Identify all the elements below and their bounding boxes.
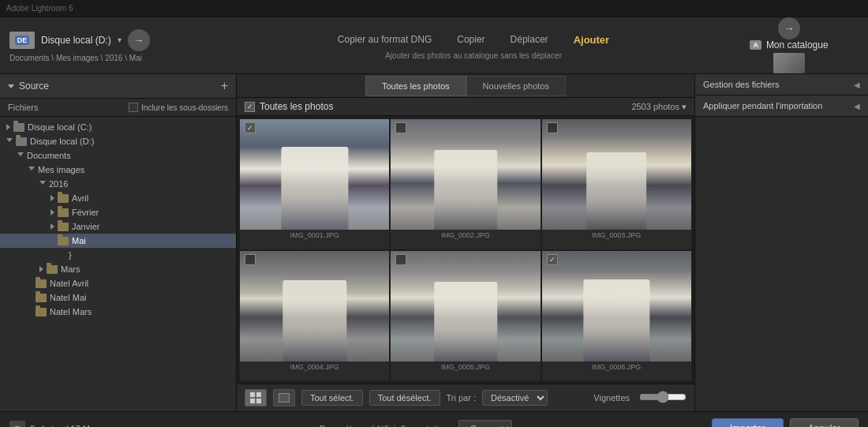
- tree-arrow-disk-c[interactable]: [6, 124, 10, 130]
- svg-rect-0: [250, 392, 255, 397]
- tree-item-janvier[interactable]: Janvier: [0, 219, 236, 234]
- file-management-section: Gestion des fichiers ◀: [695, 74, 868, 96]
- tree-label-sub-mai: }: [69, 250, 72, 260]
- tree-item-sub-mai[interactable]: }: [0, 248, 236, 262]
- photo-image-2: [391, 119, 540, 230]
- photo-checkbox-5[interactable]: [395, 254, 406, 265]
- bottom-nav-button[interactable]: ▼: [9, 421, 25, 428]
- tree-item-mai[interactable]: Mai: [0, 234, 236, 248]
- drive-icon: DE: [9, 32, 35, 49]
- tree-arrow-janvier[interactable]: [51, 223, 54, 230]
- include-subfolders-label[interactable]: Inclure les sous-dossiers: [129, 103, 228, 112]
- sidebar-collapse-icon[interactable]: [8, 84, 14, 88]
- destination-navigate-button[interactable]: →: [778, 17, 800, 39]
- import-option-copy[interactable]: Copier: [452, 32, 489, 47]
- tree-label-mes-images: Mes images: [38, 165, 84, 174]
- svg-rect-3: [256, 399, 261, 403]
- tree-item-natel-mars[interactable]: Natel Mars: [0, 305, 236, 319]
- include-subfolders-checkbox[interactable]: [129, 103, 138, 112]
- folder-icon-mars: [47, 265, 58, 274]
- tree-arrow-mes-images[interactable]: [28, 167, 35, 174]
- tree-item-natel-mai[interactable]: Natel Mai: [0, 290, 236, 305]
- apply-during-import-header[interactable]: Appliquer pendant l'importation ◀: [695, 96, 868, 116]
- tree-item-disk-d[interactable]: Disque local (D:): [0, 134, 236, 148]
- photo-wrapper-4: [240, 251, 389, 361]
- tree-arrow-disk-d[interactable]: [6, 138, 13, 145]
- tree-arrow-avril[interactable]: [51, 195, 54, 201]
- bottom-bar: ▼ 3 photos / 17 Mo Paramètre prédéfini d…: [0, 411, 868, 427]
- photo-cell-2[interactable]: IMG_0002.JPG: [391, 119, 540, 249]
- folder-icon-avril: [58, 194, 69, 203]
- import-options-section: Copier au format DNG Copier Déplacer Ajo…: [237, 32, 710, 60]
- svg-rect-1: [256, 392, 261, 397]
- import-option-move[interactable]: Déplacer: [506, 32, 553, 47]
- tab-all-photos[interactable]: Toutes les photos: [365, 76, 466, 96]
- apply-during-import-collapse-icon: ◀: [854, 102, 860, 110]
- preset-select[interactable]: Sans: [458, 420, 512, 428]
- photo-checkbox-2[interactable]: [395, 122, 406, 133]
- tree-arrow-documents[interactable]: [17, 152, 24, 159]
- photo-label-3: IMG_0003.JPG: [592, 230, 641, 242]
- photo-cell-1[interactable]: IMG_0001.JPG: [240, 119, 389, 249]
- photo-wrapper-3: [542, 119, 691, 230]
- tree-arrow-2016[interactable]: [39, 181, 46, 188]
- sidebar-title-row: Source: [8, 81, 49, 92]
- photo-cell-3[interactable]: IMG_0003.JPG: [542, 119, 691, 249]
- tree-item-mes-images[interactable]: Mes images: [0, 163, 236, 177]
- source-navigate-button[interactable]: →: [128, 29, 150, 51]
- tree-arrow-fevrier[interactable]: [51, 209, 54, 215]
- vignettes-slider[interactable]: [639, 391, 687, 403]
- import-option-dng[interactable]: Copier au format DNG: [333, 32, 436, 47]
- sidebar-filter-row: Fichiers Inclure les sous-dossiers: [0, 99, 236, 117]
- tree-item-2016[interactable]: 2016: [0, 177, 236, 191]
- file-management-collapse-icon: ◀: [854, 81, 860, 89]
- folder-icon-disk-c: [13, 123, 24, 132]
- grid-toolbar: Tout sélect. Tout désélect. Tri par : Dé…: [237, 384, 694, 411]
- tree-label-avril: Avril: [72, 193, 88, 203]
- photo-cell-6[interactable]: IMG_0006.JPG: [542, 251, 691, 381]
- tree-label-natel-avril: Natel Avril: [50, 279, 88, 288]
- filter-label: Fichiers: [8, 103, 39, 112]
- tree-item-documents[interactable]: Documents: [0, 148, 236, 163]
- grid-view-button[interactable]: [245, 389, 267, 406]
- import-button[interactable]: Importer: [712, 418, 784, 428]
- import-option-add[interactable]: Ajouter: [569, 32, 615, 48]
- tree-item-disk-c[interactable]: Disque local (C:): [0, 120, 236, 134]
- breadcrumb: Documents \ Mes images \ 2016 \ Mai: [9, 54, 227, 62]
- photo-checkbox-6[interactable]: [547, 254, 558, 265]
- deselect-all-button[interactable]: Tout désélect.: [369, 390, 440, 406]
- photo-checkbox-1[interactable]: [245, 122, 256, 133]
- select-all-checkbox[interactable]: [245, 102, 255, 112]
- svg-rect-2: [250, 399, 255, 403]
- tree-item-fevrier[interactable]: Février: [0, 205, 236, 219]
- catalog-name: Mon catalogue: [766, 39, 829, 51]
- tab-new-photos[interactable]: Nouvelles photos: [466, 76, 566, 96]
- tree-label-2016: 2016: [49, 179, 68, 189]
- tree-item-avril[interactable]: Avril: [0, 191, 236, 205]
- photo-label-4: IMG_0004.JPG: [290, 361, 339, 374]
- photo-cell-4[interactable]: IMG_0004.JPG: [240, 251, 389, 381]
- tree-item-mars[interactable]: Mars: [0, 262, 236, 276]
- bottom-center: Paramètre prédéfini d'importation : Sans: [128, 420, 704, 428]
- tree-label-fevrier: Février: [72, 208, 99, 217]
- destination-section: → A Mon catalogue: [710, 17, 868, 73]
- folder-icon-natel-mars: [36, 308, 47, 317]
- tree-item-natel-avril[interactable]: Natel Avril: [0, 276, 236, 290]
- folder-icon-natel-mai: [36, 294, 47, 302]
- tree-label-documents: Documents: [27, 151, 71, 160]
- sidebar-add-button[interactable]: +: [221, 79, 228, 93]
- main-content: Source + Fichiers Inclure les sous-dossi…: [0, 74, 868, 411]
- cancel-button[interactable]: Annuler: [790, 418, 859, 428]
- file-tree: Disque local (C:) Disque local (D:) Docu…: [0, 117, 236, 411]
- sidebar-header: Source +: [0, 74, 236, 99]
- folder-icon-fevrier: [58, 208, 69, 217]
- sort-select[interactable]: Désactivé: [482, 390, 548, 406]
- photo-checkbox-3[interactable]: [547, 122, 558, 133]
- select-all-button[interactable]: Tout sélect.: [301, 390, 363, 406]
- photo-checkbox-4[interactable]: [245, 254, 256, 265]
- photo-cell-5[interactable]: IMG_0005.JPG: [391, 251, 540, 381]
- tree-arrow-mars[interactable]: [39, 266, 43, 272]
- single-view-button[interactable]: [273, 389, 295, 406]
- photo-label-6: IMG_0006.JPG: [592, 361, 641, 374]
- file-management-header[interactable]: Gestion des fichiers ◀: [695, 74, 868, 95]
